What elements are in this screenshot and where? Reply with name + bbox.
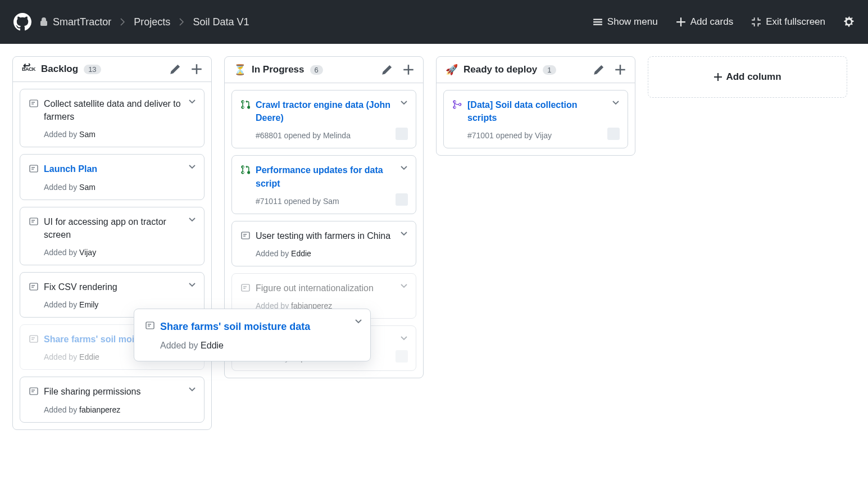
pr-open-icon (241, 100, 250, 109)
plus-icon (714, 73, 722, 82)
add-column-button[interactable]: Add column (648, 56, 847, 98)
column-count-badge: 6 (310, 65, 323, 75)
header-left: SmartTractor Projects Soil Data V1 (13, 13, 249, 31)
header-right: Show menu Add cards Exit fullscreen (593, 16, 855, 28)
card[interactable]: UI for accessing app on tractor screen A… (20, 207, 204, 265)
assignee-avatar[interactable] (396, 193, 408, 206)
card-title: Collect satellite data and deliver to fa… (44, 97, 195, 123)
card[interactable]: Performance updates for data script #710… (231, 155, 416, 214)
chevron-down-icon[interactable] (612, 98, 620, 106)
chevron-down-icon[interactable] (188, 162, 196, 170)
card-title[interactable]: Crawl tractor engine data (John Deere) (256, 98, 407, 124)
chevron-down-icon[interactable] (400, 98, 408, 106)
chevron-down-icon[interactable] (400, 282, 408, 289)
column-body: [Data] Soil data collection scripts #710… (437, 83, 635, 155)
card[interactable]: Crawl tractor engine data (John Deere) #… (231, 90, 416, 148)
assignee-avatar[interactable] (396, 128, 408, 140)
note-icon (29, 164, 38, 173)
column-actions (381, 64, 414, 75)
card-meta: Added by Eddie (241, 249, 407, 258)
menu-icon (593, 17, 603, 27)
column-emoji: ⏳ (234, 64, 246, 76)
card[interactable]: User testing with farmers in China Added… (231, 221, 416, 266)
svg-rect-6 (30, 218, 38, 225)
svg-rect-15 (30, 388, 38, 395)
card[interactable]: [Data] Soil data collection scripts #710… (443, 90, 628, 148)
show-menu-button[interactable]: Show menu (593, 16, 658, 28)
dragging-card[interactable]: Share farms' soil moisture data Added by… (134, 309, 371, 361)
card-title[interactable]: Share farms' soil moisture data (160, 319, 359, 334)
chevron-down-icon[interactable] (188, 280, 196, 288)
column-actions (593, 64, 626, 75)
card-title: File sharing permissions (44, 385, 195, 398)
pr-merged-icon (453, 100, 462, 109)
chevron-down-icon[interactable] (188, 97, 196, 105)
card-title[interactable]: [Data] Soil data collection scripts (467, 98, 619, 124)
header: SmartTractor Projects Soil Data V1 Show … (0, 0, 868, 44)
plus-icon[interactable] (403, 64, 414, 75)
board: ↩BACK Backlog 13 Collect satellite data … (0, 44, 868, 442)
svg-rect-12 (30, 336, 38, 342)
github-logo[interactable] (13, 13, 31, 31)
card-title: UI for accessing app on tractor screen (44, 215, 195, 241)
chevron-right-icon (120, 18, 125, 26)
assignee-avatar[interactable] (607, 128, 620, 140)
chevron-down-icon[interactable] (355, 317, 362, 325)
exit-fullscreen-label: Exit fullscreen (766, 16, 825, 28)
card-title: Figure out internationalization (256, 282, 407, 295)
add-cards-label: Add cards (690, 16, 734, 28)
card-title: User testing with farmers in China (256, 229, 407, 242)
chevron-right-icon (179, 18, 184, 26)
card-meta: #71011 opened by Sam (241, 197, 407, 206)
exit-fullscreen-button[interactable]: Exit fullscreen (751, 16, 825, 28)
pr-open-icon (241, 165, 250, 174)
chevron-down-icon[interactable] (188, 215, 196, 223)
add-cards-button[interactable]: Add cards (676, 16, 734, 28)
breadcrumb-repo[interactable]: SmartTractor (39, 16, 111, 28)
column-count-badge: 13 (84, 65, 101, 74)
card-meta: #71001 opened by Vijay (453, 131, 619, 140)
breadcrumb: SmartTractor Projects Soil Data V1 (39, 16, 249, 28)
chevron-down-icon[interactable] (188, 385, 196, 393)
plus-icon[interactable] (615, 64, 626, 75)
card-meta: #68801 opened by Melinda (241, 131, 407, 140)
column-count-badge: 1 (543, 65, 556, 75)
breadcrumb-repo-label: SmartTractor (53, 16, 111, 28)
pencil-icon[interactable] (170, 64, 181, 75)
column: ↩BACK Backlog 13 Collect satellite data … (12, 56, 212, 430)
note-icon (29, 217, 38, 226)
column-title: Backlog (41, 64, 78, 75)
card-meta: Added by Sam (29, 183, 195, 192)
svg-rect-21 (242, 284, 249, 291)
chevron-down-icon[interactable] (400, 164, 408, 171)
card-title[interactable]: Performance updates for data script (256, 164, 407, 189)
column-title: Ready to deploy (463, 64, 537, 75)
svg-rect-27 (146, 322, 154, 329)
card[interactable]: Collect satellite data and deliver to fa… (20, 89, 204, 147)
card-meta: Added by Sam (29, 130, 195, 139)
breadcrumb-projects[interactable]: Projects (134, 16, 170, 28)
card[interactable]: File sharing permissions Added by fabian… (20, 377, 204, 422)
plus-icon[interactable] (191, 64, 202, 75)
chevron-down-icon[interactable] (400, 334, 408, 342)
note-icon (241, 231, 250, 240)
note-icon (29, 282, 38, 291)
card[interactable]: Launch Plan Added by Sam (20, 154, 204, 200)
card-meta: Added by Eddie (146, 341, 359, 351)
svg-rect-0 (30, 100, 38, 107)
plus-icon (676, 17, 686, 27)
note-icon (29, 334, 38, 343)
svg-rect-18 (242, 232, 249, 239)
column-header: ↩BACK Backlog 13 (13, 57, 211, 82)
card-title[interactable]: Launch Plan (44, 162, 195, 175)
pencil-icon[interactable] (593, 64, 605, 75)
assignee-avatar[interactable] (396, 350, 408, 363)
add-column-label: Add column (726, 71, 781, 83)
breadcrumb-current[interactable]: Soil Data V1 (193, 16, 249, 28)
gear-icon[interactable] (843, 16, 855, 28)
card-meta: Added by fabianperez (29, 405, 195, 414)
svg-rect-3 (30, 165, 38, 172)
card-meta: Added by Emily (29, 300, 195, 309)
chevron-down-icon[interactable] (400, 229, 408, 237)
pencil-icon[interactable] (381, 64, 393, 75)
